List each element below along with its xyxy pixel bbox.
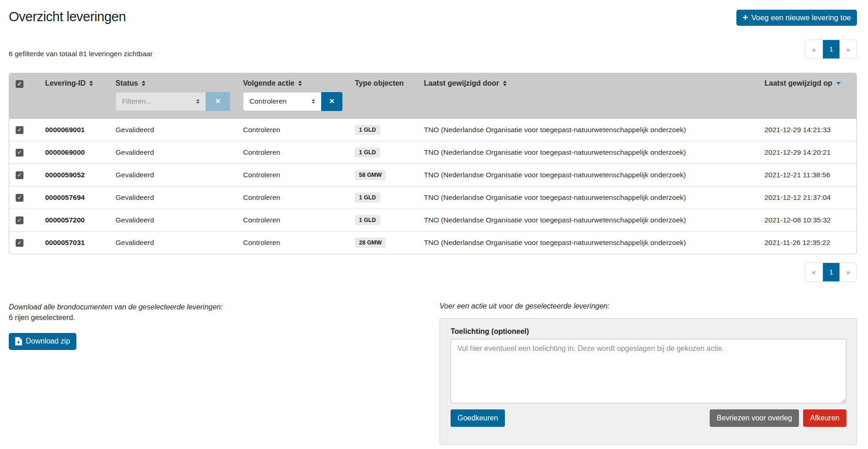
pagination-next-button[interactable]: » [839, 263, 856, 281]
type-objecten-badge: 58 GMW [355, 170, 386, 180]
volgende-actie-cell: Controleren [234, 163, 346, 186]
close-icon: ✕ [215, 97, 221, 105]
header-volgende-actie-label: Volgende actie [243, 79, 295, 87]
check-icon: ✓ [17, 172, 22, 178]
status-cell: Gevalideerd [106, 231, 234, 254]
select-all-checkbox[interactable]: ✓ [16, 80, 23, 88]
volgende-actie-filter-select[interactable]: Controleren [243, 92, 321, 111]
filter-summary: 6 gefilterde van totaal 81 leveringen zi… [9, 50, 153, 59]
status-cell: Gevalideerd [106, 209, 234, 231]
type-objecten-badge: 1 GLD [355, 192, 380, 203]
volgende-actie-filter-clear-button[interactable]: ✕ [321, 92, 342, 111]
status-filter-select[interactable]: Filteren... [116, 92, 206, 111]
plus-icon: + [742, 12, 748, 22]
volgende-actie-cell: Controleren [234, 141, 346, 163]
sort-descending-icon [836, 82, 841, 85]
volgende-actie-cell: Controleren [234, 209, 346, 231]
header-laatst-gewijzigd-door[interactable]: Laatst gewijzigd door [415, 73, 755, 90]
laatst-gewijzigd-op-cell: 2021-12-21 11:38:56 [755, 163, 856, 186]
row-checkbox[interactable]: ✓ [16, 149, 23, 157]
row-checkbox[interactable]: ✓ [16, 239, 23, 247]
table-filter-row: Filteren... ✕ Controleren ✕ [9, 90, 856, 118]
toelichting-textarea[interactable] [451, 339, 846, 403]
row-checkbox[interactable]: ✓ [16, 194, 23, 202]
header-laatst-gewijzigd-op[interactable]: Laatst gewijzigd op [755, 73, 856, 90]
download-instruction: Download alle brondocumenten van de gese… [9, 303, 223, 311]
levering-id-cell[interactable]: 0000057694 [36, 186, 106, 209]
status-cell: Gevalideerd [106, 141, 234, 163]
select-arrows-icon [196, 99, 200, 104]
row-checkbox[interactable]: ✓ [16, 216, 23, 224]
pagination-top: « 1 » [805, 40, 857, 59]
row-checkbox[interactable]: ✓ [16, 126, 23, 134]
overzicht-leveringen-page: Overzicht leveringen + Voeg een nieuwe l… [0, 0, 868, 449]
volgende-actie-filter-value: Controleren [249, 97, 287, 105]
check-icon: ✓ [17, 217, 22, 223]
laatst-gewijzigd-door-cell: TNO (Nederlandse Organisatie voor toegep… [415, 118, 755, 141]
check-icon: ✓ [17, 195, 22, 200]
table-row: ✓ 0000059052 Gevalideerd Controleren 58 … [9, 163, 856, 186]
status-filter-cell: Filteren... ✕ [106, 90, 234, 118]
laatst-gewijzigd-op-cell: 2021-12-12 21:37:04 [755, 186, 856, 209]
header-volgende-actie[interactable]: Volgende actie [234, 73, 346, 90]
type-objecten-badge: 1 GLD [355, 147, 380, 157]
download-section: Download alle brondocumenten van de gese… [9, 302, 223, 350]
laatst-gewijzigd-op-cell: 2021-11-26 12:35:22 [755, 231, 856, 254]
status-filter-clear-button[interactable]: ✕ [206, 92, 230, 111]
chevron-left-icon: « [812, 268, 816, 276]
pagination-next-button[interactable]: » [839, 40, 856, 58]
action-section: Voer een actie uit voor de geselecteerde… [440, 302, 857, 445]
laatst-gewijzigd-door-cell: TNO (Nederlandse Organisatie voor toegep… [415, 231, 755, 254]
check-icon: ✓ [17, 81, 22, 87]
action-instruction: Voer een actie uit voor de geselecteerde… [440, 302, 857, 310]
header-levering-id[interactable]: Levering-ID [36, 73, 106, 90]
sort-icon [142, 81, 145, 86]
action-buttons-row: Goedkeuren Bevriezen voor overleg Afkeur… [451, 409, 846, 427]
laatst-gewijzigd-door-cell: TNO (Nederlandse Organisatie voor toegep… [415, 209, 755, 231]
add-delivery-button[interactable]: + Voeg een nieuwe levering toe [736, 10, 857, 26]
sort-icon [298, 81, 302, 86]
laatst-gewijzigd-op-cell: 2021-12-29 14:20:21 [755, 141, 856, 163]
table-row: ✓ 0000057200 Gevalideerd Controleren 1 G… [9, 209, 856, 231]
pagination-prev-button[interactable]: « [805, 263, 822, 281]
pagination-page-1[interactable]: 1 [822, 263, 839, 281]
pagination-bottom: « 1 » [805, 262, 857, 282]
meta-row: 6 gefilterde van totaal 81 leveringen zi… [9, 40, 857, 59]
type-objecten-badge: 1 GLD [355, 125, 380, 135]
pagination-page-1[interactable]: 1 [822, 40, 839, 58]
status-cell: Gevalideerd [106, 118, 234, 141]
status-cell: Gevalideerd [106, 163, 234, 186]
laatst-gewijzigd-door-cell: TNO (Nederlandse Organisatie voor toegep… [415, 186, 755, 209]
laatst-gewijzigd-door-cell: TNO (Nederlandse Organisatie voor toegep… [415, 141, 755, 163]
table-row: ✓ 0000069000 Gevalideerd Controleren 1 G… [9, 141, 856, 163]
chevron-right-icon: » [846, 268, 850, 276]
header-type-objecten: Type objecten [346, 73, 415, 90]
row-checkbox[interactable]: ✓ [16, 171, 23, 179]
select-all-header-cell: ✓ [9, 73, 36, 90]
download-zip-button[interactable]: Download zip [9, 333, 76, 350]
sort-icon [503, 81, 507, 86]
add-delivery-button-label: Voeg een nieuwe levering toe [752, 13, 851, 22]
laatst-gewijzigd-door-cell: TNO (Nederlandse Organisatie voor toegep… [415, 163, 755, 186]
chevron-left-icon: « [812, 46, 816, 53]
bevriezen-voor-overleg-button[interactable]: Bevriezen voor overleg [710, 409, 799, 427]
volgende-actie-cell: Controleren [234, 118, 346, 141]
action-panel: Toelichting (optioneel) Goedkeuren Bevri… [440, 318, 857, 445]
levering-id-cell[interactable]: 0000057200 [36, 209, 106, 231]
levering-id-cell[interactable]: 0000069001 [36, 118, 106, 141]
header-status[interactable]: Status [106, 73, 234, 90]
levering-id-cell[interactable]: 0000069000 [36, 141, 106, 163]
pagination-prev-button[interactable]: « [805, 40, 822, 58]
type-objecten-badge: 1 GLD [355, 215, 380, 225]
status-cell: Gevalideerd [106, 186, 234, 209]
goedkeuren-button[interactable]: Goedkeuren [451, 409, 505, 427]
levering-id-cell[interactable]: 0000059052 [36, 163, 106, 186]
table-row: ✓ 0000057031 Gevalideerd Controleren 28 … [9, 231, 856, 254]
afkeuren-button[interactable]: Afkeuren [803, 409, 846, 427]
check-icon: ✓ [17, 240, 22, 245]
select-arrows-icon [312, 99, 315, 104]
pagination-bottom-row: « 1 » [9, 262, 857, 282]
table-row: ✓ 0000057694 Gevalideerd Controleren 1 G… [9, 186, 856, 209]
levering-id-cell[interactable]: 0000057031 [36, 231, 106, 254]
leveringen-table: ✓ Levering-ID Status Volgende actie Type… [9, 73, 857, 254]
